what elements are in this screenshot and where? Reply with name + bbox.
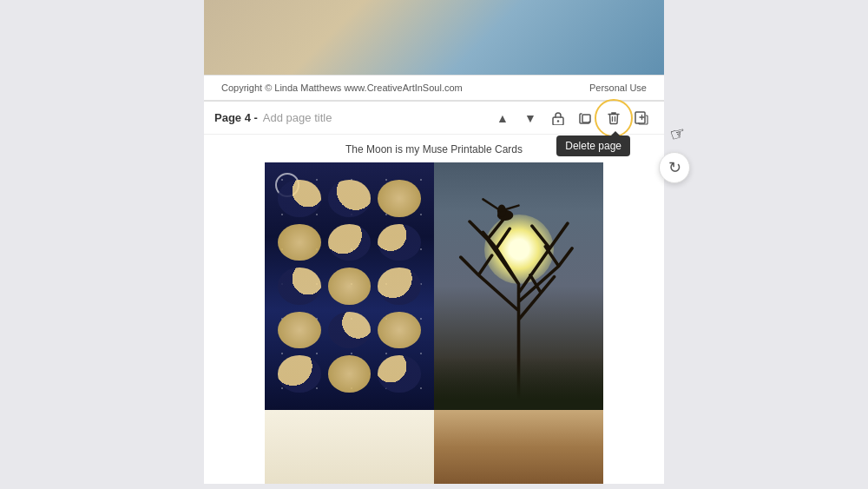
add-page-title-text[interactable]: Add page title (263, 111, 332, 124)
moon-phases-image (265, 162, 434, 410)
page4-content: The Moon is my Muse Printable Cards (204, 135, 664, 484)
personal-use-text: Personal Use (589, 83, 647, 93)
prev-page-image (204, 0, 664, 75)
bottom-left-image (265, 410, 434, 484)
page-label: Page 4 - (214, 111, 258, 124)
duplicate-button[interactable] (574, 106, 598, 130)
main-area: Copyright © Linda Matthews www.CreativeA… (0, 0, 868, 489)
page-controls: ▲ ▼ (490, 106, 654, 130)
page-header-bar: Page 4 - Add page title ▲ ▼ (204, 100, 664, 135)
main-image-grid (265, 162, 603, 410)
delete-tooltip: Delete page (556, 135, 630, 156)
move-up-button[interactable]: ▲ (490, 106, 515, 130)
cursor-pointer: ☞ (667, 122, 688, 146)
add-page-button[interactable] (629, 106, 654, 130)
prev-page-footer: Copyright © Linda Matthews www.CreativeA… (204, 75, 664, 100)
moon-phases-grid (265, 162, 434, 410)
page-wrapper: Copyright © Linda Matthews www.CreativeA… (204, 0, 664, 484)
bottom-right-image (434, 410, 603, 484)
move-down-button[interactable]: ▼ (518, 106, 542, 130)
refresh-button[interactable]: ↻ (659, 152, 690, 183)
refresh-icon: ↻ (668, 158, 681, 177)
prev-page-bottom: Copyright © Linda Matthews www.CreativeA… (204, 0, 664, 100)
svg-point-1 (557, 120, 559, 122)
bird-silhouette-image (434, 162, 603, 410)
copyright-text: Copyright © Linda Matthews www.CreativeA… (221, 83, 463, 93)
page-title-section: Page 4 - Add page title (214, 111, 332, 124)
bottom-row (265, 410, 603, 484)
delete-page-button[interactable]: Delete page (602, 106, 626, 130)
lock-button[interactable] (546, 106, 570, 130)
